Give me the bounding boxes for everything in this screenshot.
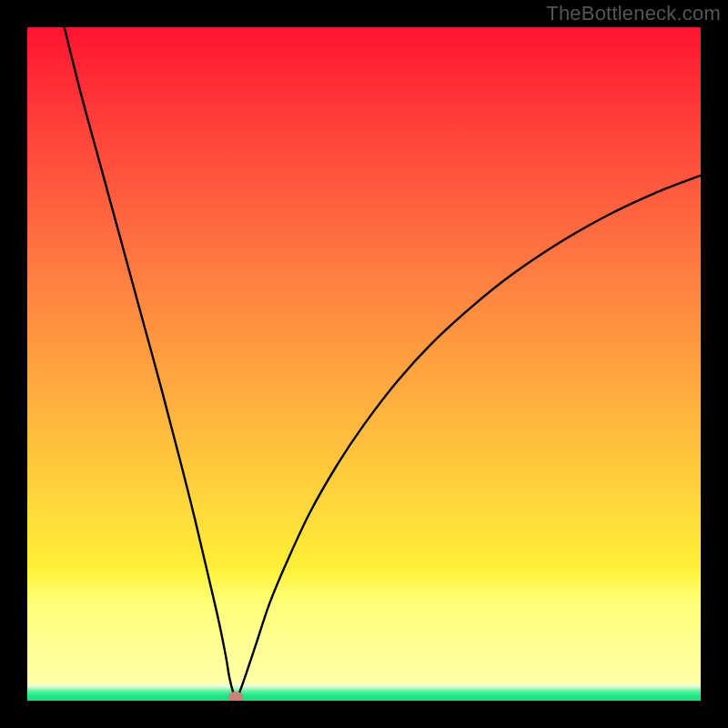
chart-frame: TheBottleneck.com [0, 0, 728, 728]
watermark-text: TheBottleneck.com [546, 2, 721, 25]
bottleneck-curve-path [65, 27, 701, 699]
curve-svg [27, 27, 701, 701]
plot-area [27, 27, 701, 701]
optimum-marker [228, 692, 244, 701]
